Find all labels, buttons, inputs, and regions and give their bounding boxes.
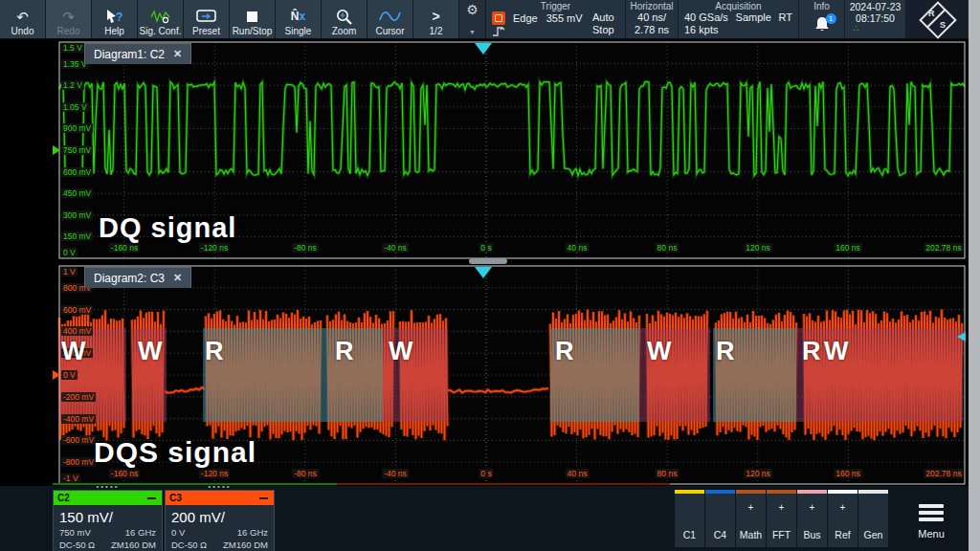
x-axis-label: 160 ns	[834, 469, 862, 478]
minimize-icon[interactable]	[147, 497, 156, 499]
trigger-source-icon	[492, 11, 505, 25]
toolbar-button-run-stop[interactable]: Run/Stop	[230, 0, 276, 38]
decode-label-w: W	[647, 337, 671, 366]
horizontal-group-title: Horizontal	[626, 0, 678, 11]
notification-badge: 1	[826, 13, 836, 24]
color-stripe	[828, 490, 858, 494]
toolbar-button-preset[interactable]: Preset	[184, 0, 230, 38]
toolbar-button-label: Help	[104, 26, 124, 36]
y-axis-label: 400 mV	[61, 326, 93, 336]
toolbar-button-label: Zoom	[332, 26, 357, 36]
status-dots-icon: ∴	[845, 24, 905, 33]
toolbar-button-zoom[interactable]: Zoom	[322, 0, 368, 38]
decode-label-r: R	[205, 337, 224, 366]
decode-label-w: W	[61, 337, 85, 366]
minimize-icon[interactable]	[259, 497, 268, 499]
tab-diagram1[interactable]: Diagram1: C2 ✕	[84, 43, 191, 64]
add-fft-button[interactable]: +FFT	[767, 490, 796, 547]
chevron-down-icon[interactable]: ▼	[469, 29, 476, 35]
dq-signal-annotation: DQ signal	[99, 212, 236, 244]
trigger-level-value: 355 mV	[546, 12, 583, 37]
y-axis-label: -400 mV	[61, 414, 96, 424]
bottom-bar: C2 150 mV/ 750 mV 16 GHz DC-50 Ω ZM160 D…	[0, 486, 969, 551]
undo-arrow-icon: ↶	[16, 8, 29, 25]
decode-label-w: W	[824, 337, 848, 366]
channel-card-c3[interactable]: C3 200 mV/ 0 V 16 GHz DC-50 Ω ZM160 DM	[165, 490, 275, 551]
x-axis-label: 80 ns	[656, 243, 679, 253]
toolbar-button-label: Preset	[192, 26, 220, 36]
datetime-panel[interactable]: 2024-07-23 08:17:50 ∴	[845, 0, 906, 38]
acquisition-mode-value: Sample	[736, 11, 771, 24]
c1-button[interactable]: C1	[675, 490, 704, 547]
trigger-mode2-value: Stop	[592, 24, 621, 36]
toolbar-button-cursor[interactable]: Cursor	[368, 0, 413, 38]
menu-button[interactable]: Menu	[898, 494, 965, 549]
plus-icon: +	[767, 503, 796, 513]
c2-offset-marker[interactable]	[53, 145, 60, 155]
trigger-position-marker[interactable]	[475, 43, 492, 55]
button-label: Ref	[828, 529, 858, 540]
close-icon[interactable]: ✕	[173, 48, 182, 60]
x-axis-label: 40 ns	[566, 469, 590, 478]
chevron-right-icon: >	[432, 8, 439, 25]
toolbar-button-label: 1/2	[430, 26, 443, 36]
button-label: C1	[675, 529, 704, 540]
acquisition-rate-value: 40 GSa/s	[684, 11, 728, 24]
plus-icon: +	[828, 503, 858, 513]
rs-logo-icon: RS	[920, 2, 954, 36]
y-axis-label: 1.5 V	[61, 43, 84, 53]
tab-diagram2-label: Diagram2: C3	[94, 272, 165, 285]
channel-probe-value: ZM160 DM	[223, 539, 268, 551]
help-cursor-icon: ?	[104, 8, 124, 25]
y-axis-label: 1.05 V	[61, 102, 89, 112]
cursor-wave-icon	[379, 8, 401, 25]
trigger-settings[interactable]: Trigger Edge 355 mV Auto Stop	[486, 0, 626, 38]
horizontal-settings[interactable]: Horizontal 40 ns/ 2.78 ns	[626, 0, 679, 38]
trigger-level-marker[interactable]	[957, 332, 966, 342]
diagram-splitter-handle[interactable]	[469, 258, 507, 264]
hamburger-icon	[919, 504, 944, 508]
c3-offset-marker[interactable]	[53, 370, 60, 380]
button-label: FFT	[767, 529, 796, 540]
channel-coupling-value: DC-50 Ω	[171, 539, 207, 551]
y-axis-label: 300 mV	[61, 210, 93, 220]
toolbar-button-help[interactable]: ?Help	[92, 0, 138, 38]
tab-diagram2[interactable]: Diagram2: C3 ✕	[84, 267, 191, 288]
color-stripe	[767, 490, 796, 494]
trigger-position-marker[interactable]	[475, 267, 492, 278]
toolbar-button-single[interactable]: N̂xSingle	[276, 0, 322, 38]
trigger-edge-icon	[492, 25, 505, 37]
gear-icon[interactable]: ⚙	[466, 3, 479, 17]
channel-card-c2[interactable]: C2 150 mV/ 750 mV 16 GHz DC-50 Ω ZM160 D…	[53, 490, 163, 551]
toolbar-button-1-2[interactable]: >1/2	[413, 0, 459, 38]
acquisition-settings[interactable]: Acquisition 40 GSa/s Sample RT 16 kpts	[679, 0, 799, 38]
gen-button[interactable]: Gen	[858, 490, 888, 547]
info-panel[interactable]: Info 1	[799, 0, 845, 38]
c2-signalbar-strip	[53, 483, 337, 485]
channel-coupling-value: DC-50 Ω	[59, 539, 95, 551]
run-stop-square-icon	[247, 8, 257, 25]
decode-label-r: R	[555, 337, 574, 366]
add-ref-button[interactable]: +Ref	[828, 490, 858, 547]
add-bus-button[interactable]: +Bus	[797, 490, 827, 547]
x-axis-label: -120 ns	[199, 243, 230, 253]
add-math-button[interactable]: +Math	[736, 490, 766, 547]
bell-icon[interactable]: 1	[813, 15, 831, 34]
toolbar-button-sig-conf-[interactable]: Sig. Conf.	[138, 0, 184, 38]
channel-scale-value: 200 mV/	[171, 508, 268, 526]
color-stripe	[736, 490, 766, 494]
toolbar-button-undo[interactable]: ↶Undo	[0, 0, 46, 38]
decode-label-w: W	[138, 337, 162, 366]
channel-name: C2	[57, 493, 70, 503]
toolbar-settings[interactable]: ⚙ ▼	[459, 0, 486, 38]
y-axis-label: -1 V	[61, 474, 80, 483]
toolbar-button-label: Redo	[57, 26, 80, 36]
close-icon[interactable]: ✕	[173, 272, 182, 284]
horizontal-resolution-value: 2.78 ns	[630, 24, 674, 36]
c4-button[interactable]: C4	[705, 490, 735, 547]
hamburger-icon	[919, 518, 944, 521]
y-axis-label: -600 mV	[61, 435, 96, 445]
single-nx-icon: N̂x	[291, 8, 305, 25]
y-axis-label: 0 V	[61, 370, 78, 380]
trigger-type-value: Edge	[513, 12, 538, 37]
